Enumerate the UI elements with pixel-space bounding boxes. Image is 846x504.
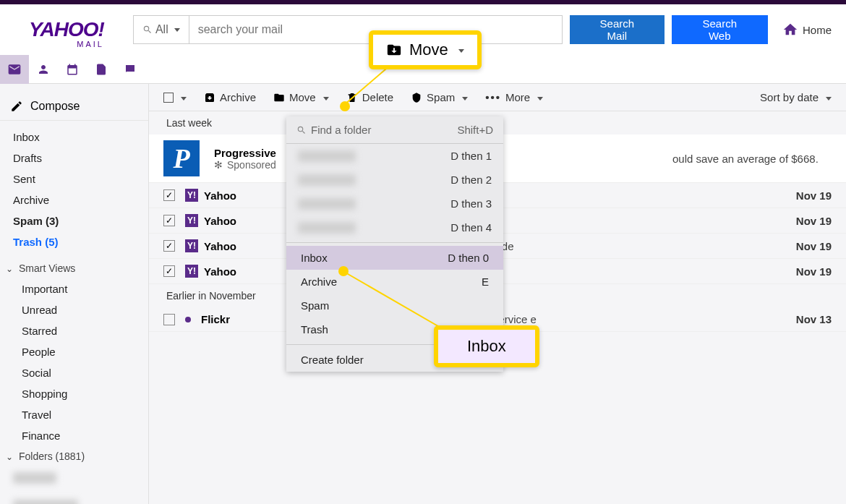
search-box[interactable]: All (133, 15, 563, 44)
sponsored-icon: ✻ (214, 159, 223, 171)
date: Nov 19 (781, 240, 832, 252)
from: Yahoo (204, 215, 236, 227)
search-scope[interactable]: All (134, 16, 189, 43)
folder-inbox[interactable]: Inbox (0, 127, 148, 148)
chevron-down-icon (823, 91, 832, 103)
folder-trash[interactable]: Trash (5) (0, 231, 148, 252)
recent-folder[interactable]: D then 3 (286, 192, 503, 215)
folder-blurred (13, 500, 78, 504)
checkbox[interactable] (163, 265, 175, 277)
smart-views-header[interactable]: Smart Views (0, 258, 148, 278)
progressive-logo: P (163, 140, 200, 176)
message-list-pane: Archive Move Delete Spam ••• More Sort b… (148, 84, 846, 504)
move-archive[interactable]: ArchiveE (286, 270, 503, 294)
smartview-important[interactable]: Important (0, 278, 148, 299)
chevron-down-icon (456, 40, 464, 59)
chevron-down-icon (171, 23, 180, 36)
smartview-finance[interactable]: Finance (0, 425, 148, 446)
highlight-dot (340, 101, 350, 111)
folder-sent[interactable]: Sent (0, 168, 148, 189)
from: Yahoo (204, 240, 236, 252)
checkbox[interactable] (163, 240, 175, 252)
folder-blurred (298, 150, 356, 162)
chevron-down-icon (534, 91, 543, 103)
sort-button[interactable]: Sort by date (760, 91, 832, 103)
chevron-down-icon (320, 91, 329, 103)
date: Nov 19 (781, 265, 832, 278)
sponsored-tag: Sponsored (227, 159, 276, 171)
shortcut: D then 3 (450, 197, 492, 210)
move-icon (273, 92, 285, 103)
chevron-down-icon (178, 91, 187, 103)
recent-folder[interactable]: D then 4 (286, 215, 503, 239)
notepad-icon[interactable] (87, 55, 116, 84)
messenger-icon[interactable] (116, 55, 145, 84)
callout-inbox: Inbox (434, 325, 539, 367)
folder-blurred (298, 174, 356, 186)
more-button[interactable]: ••• More (485, 91, 543, 103)
checkbox[interactable] (163, 215, 175, 226)
callout-move: Move (369, 30, 482, 69)
yahoo-logo: YAHOO! MAIL (29, 18, 104, 41)
spam-button[interactable]: Spam (411, 91, 468, 103)
date: Nov 19 (781, 189, 832, 202)
from: Yahoo (204, 265, 236, 278)
mail-icon[interactable] (0, 55, 29, 84)
smartview-travel[interactable]: Travel (0, 404, 148, 425)
pencil-icon (10, 100, 23, 113)
find-folder-input[interactable]: Find a folder (296, 124, 371, 136)
folder-blurred (298, 222, 356, 234)
checkbox[interactable] (163, 189, 175, 201)
folder-drafts[interactable]: Drafts (0, 148, 148, 168)
smartview-people[interactable]: People (0, 341, 148, 362)
toolbar: Archive Move Delete Spam ••• More Sort b… (149, 84, 846, 111)
shortcut: D then 4 (450, 221, 492, 234)
compose-label: Compose (30, 100, 80, 113)
search-mail-button[interactable]: Search Mail (570, 15, 664, 44)
sponsored-tail: ould save an average of $668. (672, 153, 832, 165)
delete-button[interactable]: Delete (346, 91, 393, 103)
checkbox[interactable] (163, 314, 175, 325)
search-icon (296, 125, 307, 135)
recent-folder[interactable]: D then 1 (286, 144, 503, 168)
contacts-icon[interactable] (29, 55, 58, 84)
move-icon (386, 42, 402, 58)
date: Nov 19 (781, 215, 832, 227)
chevron-down-icon (459, 91, 468, 103)
recent-folder[interactable]: D then 2 (286, 168, 503, 192)
calendar-icon[interactable] (58, 55, 87, 84)
unread-dot (185, 317, 191, 323)
dots-icon: ••• (485, 91, 501, 103)
archive-button[interactable]: Archive (204, 91, 256, 103)
shortcut: E (482, 276, 489, 288)
yahoo-icon: Y! (185, 239, 198, 252)
search-icon (142, 25, 153, 35)
trash-icon (346, 92, 358, 103)
shortcut: D then 0 (448, 252, 489, 264)
smartview-unread[interactable]: Unread (0, 299, 148, 320)
folder-archive[interactable]: Archive (0, 189, 148, 210)
folder-spam[interactable]: Spam (3) (0, 210, 148, 231)
yahoo-icon: Y! (185, 265, 198, 278)
highlight-dot (338, 266, 349, 276)
home-label: Home (803, 24, 832, 36)
shortcut: D then 2 (450, 174, 492, 186)
select-all[interactable] (163, 91, 187, 103)
smartview-starred[interactable]: Starred (0, 320, 148, 341)
smartview-social[interactable]: Social (0, 362, 148, 383)
move-inbox[interactable]: InboxD then 0 (286, 246, 503, 270)
shield-icon (411, 92, 422, 103)
move-spam[interactable]: Spam (286, 294, 503, 317)
search-web-button[interactable]: Search Web (672, 15, 768, 44)
move-button[interactable]: Move (273, 91, 329, 103)
date: Nov 13 (781, 313, 832, 325)
smartview-shopping[interactable]: Shopping (0, 383, 148, 404)
shortcut: D then 1 (450, 150, 492, 162)
shortcut: Shift+D (457, 124, 493, 136)
compose-button[interactable]: Compose (0, 93, 148, 121)
archive-icon (204, 92, 215, 103)
home-link[interactable]: Home (782, 22, 832, 38)
folder-blurred (298, 198, 356, 210)
folders-header[interactable]: Folders (1881) (0, 446, 148, 466)
search-scope-label: All (155, 23, 168, 36)
